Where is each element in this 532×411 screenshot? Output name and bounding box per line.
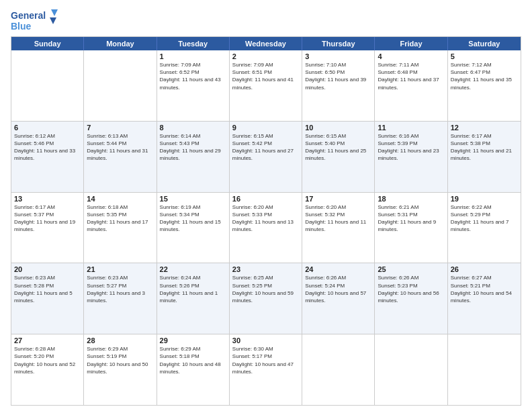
day-number: 1 <box>160 52 226 60</box>
day-info: Sunrise: 7:09 AM Sunset: 6:51 PM Dayligh… <box>232 61 299 91</box>
day-cell-22: 22Sunrise: 6:24 AM Sunset: 5:26 PM Dayli… <box>157 263 230 334</box>
day-number: 26 <box>451 265 518 273</box>
day-number: 20 <box>14 265 81 273</box>
svg-marker-3 <box>50 17 56 24</box>
svg-text:General: General <box>11 10 46 21</box>
day-cell-16: 16Sunrise: 6:20 AM Sunset: 5:33 PM Dayli… <box>230 193 302 263</box>
day-number: 14 <box>87 195 153 203</box>
day-cell-8: 8Sunrise: 6:14 AM Sunset: 5:43 PM Daylig… <box>157 122 230 192</box>
empty-cell <box>448 334 521 405</box>
day-info: Sunrise: 7:10 AM Sunset: 6:50 PM Dayligh… <box>305 61 371 91</box>
day-cell-18: 18Sunrise: 6:21 AM Sunset: 5:31 PM Dayli… <box>375 193 447 263</box>
day-info: Sunrise: 6:29 AM Sunset: 5:19 PM Dayligh… <box>87 345 153 375</box>
day-number: 7 <box>87 124 153 132</box>
calendar-body: 1Sunrise: 7:09 AM Sunset: 6:52 PM Daylig… <box>11 50 521 405</box>
day-cell-23: 23Sunrise: 6:25 AM Sunset: 5:25 PM Dayli… <box>230 263 302 334</box>
day-cell-25: 25Sunrise: 6:26 AM Sunset: 5:23 PM Dayli… <box>375 263 447 334</box>
day-cell-11: 11Sunrise: 6:16 AM Sunset: 5:39 PM Dayli… <box>375 122 447 192</box>
logo-svg: General Blue <box>11 8 58 34</box>
day-info: Sunrise: 6:25 AM Sunset: 5:25 PM Dayligh… <box>232 274 299 304</box>
calendar-week-4: 20Sunrise: 6:23 AM Sunset: 5:28 PM Dayli… <box>11 263 521 334</box>
day-number: 2 <box>232 52 299 60</box>
day-info: Sunrise: 7:12 AM Sunset: 6:47 PM Dayligh… <box>451 61 518 91</box>
day-info: Sunrise: 6:14 AM Sunset: 5:43 PM Dayligh… <box>160 132 226 163</box>
day-cell-7: 7Sunrise: 6:13 AM Sunset: 5:44 PM Daylig… <box>84 122 157 192</box>
day-number: 28 <box>87 336 153 345</box>
day-number: 12 <box>451 124 518 132</box>
day-info: Sunrise: 6:15 AM Sunset: 5:42 PM Dayligh… <box>232 132 299 163</box>
day-number: 9 <box>232 124 299 132</box>
day-number: 3 <box>305 52 371 60</box>
day-info: Sunrise: 6:17 AM Sunset: 5:38 PM Dayligh… <box>451 132 518 163</box>
header-day-friday: Friday <box>375 37 447 50</box>
day-cell-9: 9Sunrise: 6:15 AM Sunset: 5:42 PM Daylig… <box>230 122 302 192</box>
day-number: 4 <box>378 52 444 60</box>
day-cell-28: 28Sunrise: 6:29 AM Sunset: 5:19 PM Dayli… <box>84 334 157 405</box>
day-info: Sunrise: 6:23 AM Sunset: 5:27 PM Dayligh… <box>87 274 153 304</box>
empty-cell <box>84 50 157 121</box>
day-cell-12: 12Sunrise: 6:17 AM Sunset: 5:38 PM Dayli… <box>448 122 521 192</box>
day-cell-3: 3Sunrise: 7:10 AM Sunset: 6:50 PM Daylig… <box>302 50 375 121</box>
day-cell-6: 6Sunrise: 6:12 AM Sunset: 5:46 PM Daylig… <box>11 122 84 192</box>
header-day-sunday: Sunday <box>11 37 84 50</box>
day-number: 15 <box>160 195 226 203</box>
calendar-week-1: 1Sunrise: 7:09 AM Sunset: 6:52 PM Daylig… <box>11 50 521 122</box>
day-number: 23 <box>232 265 299 273</box>
header-day-thursday: Thursday <box>302 37 375 50</box>
day-cell-24: 24Sunrise: 6:26 AM Sunset: 5:24 PM Dayli… <box>302 263 375 334</box>
day-number: 30 <box>232 336 299 345</box>
day-number: 17 <box>305 195 371 203</box>
day-info: Sunrise: 6:16 AM Sunset: 5:39 PM Dayligh… <box>378 132 444 163</box>
day-cell-29: 29Sunrise: 6:29 AM Sunset: 5:18 PM Dayli… <box>157 334 230 405</box>
day-number: 21 <box>87 265 153 273</box>
empty-cell <box>11 50 84 121</box>
day-cell-20: 20Sunrise: 6:23 AM Sunset: 5:28 PM Dayli… <box>11 263 84 334</box>
header-day-tuesday: Tuesday <box>157 37 230 50</box>
day-cell-15: 15Sunrise: 6:19 AM Sunset: 5:34 PM Dayli… <box>157 193 230 263</box>
day-number: 8 <box>160 124 226 132</box>
calendar-header-row: SundayMondayTuesdayWednesdayThursdayFrid… <box>11 37 521 50</box>
day-number: 19 <box>451 195 518 203</box>
day-number: 11 <box>378 124 444 132</box>
day-number: 22 <box>160 265 226 273</box>
day-number: 13 <box>14 195 81 203</box>
day-cell-27: 27Sunrise: 6:28 AM Sunset: 5:20 PM Dayli… <box>11 334 84 405</box>
calendar-week-5: 27Sunrise: 6:28 AM Sunset: 5:20 PM Dayli… <box>11 334 521 405</box>
day-cell-21: 21Sunrise: 6:23 AM Sunset: 5:27 PM Dayli… <box>84 263 157 334</box>
day-cell-19: 19Sunrise: 6:22 AM Sunset: 5:29 PM Dayli… <box>448 193 521 263</box>
day-cell-30: 30Sunrise: 6:30 AM Sunset: 5:17 PM Dayli… <box>230 334 302 405</box>
day-number: 25 <box>378 265 444 273</box>
day-number: 24 <box>305 265 371 273</box>
calendar: SundayMondayTuesdayWednesdayThursdayFrid… <box>11 36 521 406</box>
day-cell-2: 2Sunrise: 7:09 AM Sunset: 6:51 PM Daylig… <box>230 50 302 121</box>
day-number: 18 <box>378 195 444 203</box>
calendar-week-3: 13Sunrise: 6:17 AM Sunset: 5:37 PM Dayli… <box>11 193 521 264</box>
day-info: Sunrise: 6:24 AM Sunset: 5:26 PM Dayligh… <box>160 274 226 304</box>
day-info: Sunrise: 7:09 AM Sunset: 6:52 PM Dayligh… <box>160 61 226 91</box>
day-cell-17: 17Sunrise: 6:20 AM Sunset: 5:32 PM Dayli… <box>302 193 375 263</box>
empty-cell <box>302 334 375 405</box>
empty-cell <box>375 334 447 405</box>
day-info: Sunrise: 6:20 AM Sunset: 5:32 PM Dayligh… <box>305 203 371 234</box>
day-info: Sunrise: 6:17 AM Sunset: 5:37 PM Dayligh… <box>14 203 81 234</box>
day-number: 29 <box>160 336 226 345</box>
day-info: Sunrise: 7:11 AM Sunset: 6:48 PM Dayligh… <box>378 61 444 91</box>
day-number: 6 <box>14 124 81 132</box>
calendar-week-2: 6Sunrise: 6:12 AM Sunset: 5:46 PM Daylig… <box>11 122 521 193</box>
day-info: Sunrise: 6:22 AM Sunset: 5:29 PM Dayligh… <box>451 203 518 234</box>
logo: General Blue <box>11 8 58 34</box>
svg-marker-2 <box>51 9 58 16</box>
day-info: Sunrise: 6:28 AM Sunset: 5:20 PM Dayligh… <box>14 345 81 375</box>
day-cell-1: 1Sunrise: 7:09 AM Sunset: 6:52 PM Daylig… <box>157 50 230 121</box>
day-cell-5: 5Sunrise: 7:12 AM Sunset: 6:47 PM Daylig… <box>448 50 521 121</box>
day-info: Sunrise: 6:15 AM Sunset: 5:40 PM Dayligh… <box>305 132 371 163</box>
day-cell-14: 14Sunrise: 6:18 AM Sunset: 5:35 PM Dayli… <box>84 193 157 263</box>
day-cell-26: 26Sunrise: 6:27 AM Sunset: 5:21 PM Dayli… <box>448 263 521 334</box>
header-day-saturday: Saturday <box>448 37 521 50</box>
header: General Blue <box>11 8 521 34</box>
day-info: Sunrise: 6:12 AM Sunset: 5:46 PM Dayligh… <box>14 132 81 163</box>
day-cell-4: 4Sunrise: 7:11 AM Sunset: 6:48 PM Daylig… <box>375 50 447 121</box>
day-cell-10: 10Sunrise: 6:15 AM Sunset: 5:40 PM Dayli… <box>302 122 375 192</box>
day-info: Sunrise: 6:29 AM Sunset: 5:18 PM Dayligh… <box>160 345 226 375</box>
svg-text:Blue: Blue <box>11 21 32 32</box>
